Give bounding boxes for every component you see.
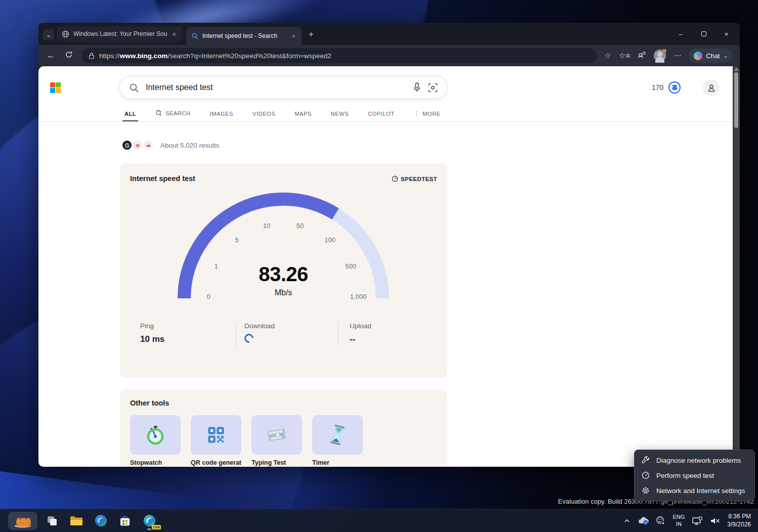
- gauge-arc: [177, 188, 390, 304]
- tab-maps[interactable]: MAPS: [294, 111, 312, 122]
- tab-close-icon[interactable]: ×: [171, 30, 177, 38]
- close-window-button[interactable]: ×: [715, 23, 738, 45]
- refresh-button[interactable]: [64, 51, 75, 61]
- address-bar[interactable]: https://www.bing.com/search?q=Internet%2…: [81, 48, 597, 63]
- gauge-favicon: [144, 141, 153, 150]
- fox-icon: [12, 514, 33, 528]
- qr-code-tile[interactable]: [191, 415, 241, 455]
- typing-test-tile[interactable]: [251, 415, 302, 455]
- system-tray: i ENG IN: [623, 513, 758, 528]
- microsoft-logo[interactable]: [50, 82, 61, 93]
- taskbar-apps: CAN: [0, 511, 159, 530]
- menu-item-label: Network and Internet settings: [656, 487, 745, 495]
- tab-videos[interactable]: VIDEOS: [252, 111, 275, 122]
- taskbar-clock[interactable]: 8:36 PM 3/9/2026: [727, 513, 751, 528]
- speed-gauge: 0 1 5 10 50 100 500 1,000 83.26 Mb/s: [177, 188, 390, 304]
- microsoft-store-button[interactable]: [115, 511, 135, 530]
- tool-timer[interactable]: Timer: [312, 415, 363, 466]
- tab-deep-search[interactable]: SEARCH: [155, 110, 190, 122]
- tab-search-button[interactable]: ⌄: [43, 29, 54, 40]
- onedrive-icon[interactable]: i: [638, 517, 649, 525]
- rewards-counter[interactable]: 170: [652, 81, 681, 94]
- upload-value: --: [350, 334, 427, 344]
- tool-stopwatch[interactable]: Stopwatch: [130, 415, 181, 466]
- scrollbar-up-arrow[interactable]: [734, 68, 738, 71]
- search-box[interactable]: Internet speed test: [119, 76, 447, 99]
- tab-title: Internet speed test - Search: [202, 32, 286, 39]
- favorites-bar-icon[interactable]: ☆≡: [619, 51, 630, 60]
- result-favicons: [122, 141, 154, 150]
- page-scrollbar[interactable]: [733, 66, 740, 467]
- canary-badge: CAN: [152, 525, 161, 529]
- tab-more[interactable]: ⋮MORE: [414, 110, 441, 122]
- tab-news[interactable]: NEWS: [331, 111, 349, 122]
- tool-qr-code[interactable]: QR code generator: [191, 415, 241, 466]
- clock-time: 8:36 PM: [727, 513, 751, 521]
- collections-icon[interactable]: [638, 51, 646, 60]
- ping-metric: Ping 10 ms: [140, 322, 236, 347]
- favorite-star-icon[interactable]: ☆: [604, 51, 611, 60]
- scrollbar-thumb[interactable]: [734, 72, 738, 128]
- search-nav-tabs: ALL SEARCH IMAGES VIDEOS MAPS NEWS COPIL…: [124, 108, 441, 122]
- notification-dot: [662, 49, 666, 53]
- task-view-button[interactable]: [43, 511, 62, 530]
- screen: ⌄ Windows Latest: Your Premier Sou × Int…: [0, 0, 758, 532]
- wrench-icon: [641, 456, 650, 465]
- timer-tile[interactable]: [312, 415, 363, 455]
- refresh-icon: [65, 51, 73, 59]
- network-context-menu: Diagnose network problems Perform speed …: [634, 450, 755, 501]
- stopwatch-tile[interactable]: [130, 415, 181, 455]
- tab-images[interactable]: IMAGES: [210, 111, 233, 122]
- volume-muted-icon[interactable]: [710, 517, 720, 525]
- speed-unit: Mb/s: [177, 288, 390, 297]
- new-tab-button[interactable]: +: [306, 29, 317, 40]
- tab-windows-latest[interactable]: Windows Latest: Your Premier Sou ×: [57, 26, 182, 41]
- emoji-add-icon[interactable]: [656, 516, 665, 525]
- edge-canary-button[interactable]: CAN: [140, 511, 159, 530]
- bing-page: Internet speed test 170: [38, 66, 740, 467]
- minimize-button[interactable]: –: [669, 23, 692, 45]
- store-icon: [119, 515, 131, 527]
- chevron-down-icon: ⌄: [724, 53, 728, 59]
- file-explorer-button[interactable]: [67, 511, 86, 530]
- tool-label: Stopwatch: [130, 459, 181, 466]
- metrics-row: Ping 10 ms Download Upload --: [140, 322, 427, 347]
- tab-close-icon[interactable]: ×: [290, 32, 297, 40]
- menu-item-diagnose[interactable]: Diagnose network problems: [635, 453, 754, 468]
- download-metric: Download: [236, 322, 331, 347]
- other-tools-card: Other tools: [120, 390, 447, 467]
- tool-label: QR code generator: [191, 459, 241, 466]
- tray-chevron-up-icon[interactable]: [623, 517, 630, 524]
- search-input[interactable]: Internet speed test: [146, 83, 406, 92]
- tab-strip: ⌄ Windows Latest: Your Premier Sou × Int…: [38, 23, 740, 45]
- menu-item-speed-test[interactable]: Perform speed test: [635, 468, 754, 483]
- start-button[interactable]: [8, 512, 37, 530]
- network-icon[interactable]: [692, 516, 703, 525]
- speedtest-brand[interactable]: SPEEDTEST: [392, 175, 437, 182]
- wifi-test-favicon: [133, 141, 142, 150]
- language-indicator[interactable]: ENG IN: [672, 514, 685, 528]
- settings-ellipsis-icon[interactable]: ⋯: [673, 51, 681, 60]
- tool-typing-test[interactable]: Typing Test: [251, 415, 302, 466]
- header-divider: [38, 121, 733, 122]
- search-icon: [129, 83, 139, 93]
- microphone-icon[interactable]: [413, 82, 421, 93]
- account-button[interactable]: [703, 79, 720, 96]
- maximize-button[interactable]: [692, 23, 715, 45]
- copilot-chat-button[interactable]: Chat ⌄: [689, 49, 733, 63]
- toolbar-icons: ☆ ☆≡ ⋯ Chat ⌄: [604, 49, 733, 63]
- tab-all[interactable]: ALL: [124, 111, 136, 122]
- tab-speed-test-active[interactable]: Internet speed test - Search ×: [186, 27, 302, 45]
- browser-toolbar: ← https://www.bing.com/search?q=Internet…: [38, 45, 740, 66]
- deep-search-icon: [155, 110, 162, 117]
- running-indicator: [147, 528, 151, 530]
- menu-item-network-settings[interactable]: Network and Internet settings: [635, 483, 754, 498]
- tab-copilot[interactable]: COPILOT: [368, 111, 395, 122]
- speedtest-brand-icon: [392, 175, 398, 182]
- visual-search-icon[interactable]: [428, 83, 438, 93]
- back-button[interactable]: ←: [46, 51, 57, 61]
- edge-button[interactable]: [91, 511, 110, 530]
- card-title: Internet speed test: [130, 174, 195, 183]
- people-icon: [638, 51, 646, 59]
- profile-avatar[interactable]: [654, 50, 666, 62]
